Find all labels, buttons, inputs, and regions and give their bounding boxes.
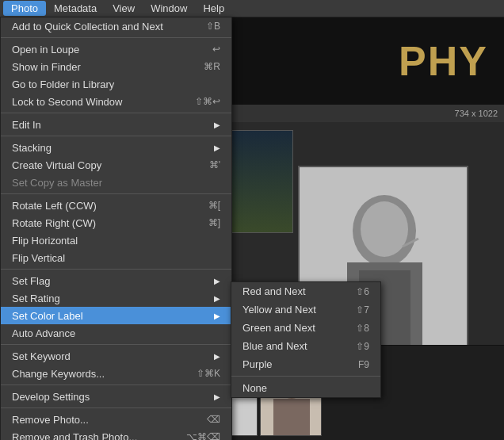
menu-rotate-left[interactable]: Rotate Left (CCW) ⌘[ xyxy=(1,197,231,214)
menu-develop-settings[interactable]: Develop Settings ▶ xyxy=(1,388,231,405)
submenu-red-next[interactable]: Red and Next ⇧6 xyxy=(231,282,380,300)
submenu-purple[interactable]: Purple F9 xyxy=(231,355,380,373)
menu-show-finder[interactable]: Show in Finder ⌘R xyxy=(1,58,231,75)
menu-change-keywords[interactable]: Change Keywords... ⇧⌘K xyxy=(1,365,231,382)
arrow-edit-in: ▶ xyxy=(214,121,220,129)
menu-set-keyword[interactable]: Set Keyword ▶ xyxy=(1,347,231,365)
color-label-submenu: Red and Next ⇧6 Yellow and Next ⇧7 Green… xyxy=(231,281,381,398)
svg-point-5 xyxy=(361,201,408,257)
menu-go-folder[interactable]: Go to Folder in Library xyxy=(1,75,231,93)
divider-7 xyxy=(1,385,231,385)
arrow-set-keyword: ▶ xyxy=(214,352,220,361)
menu-bar: Photo Metadata View Window Help xyxy=(0,0,504,17)
menu-add-quick-collection[interactable]: Add to Quick Collection and Next ⇧B xyxy=(1,17,231,35)
arrow-set-rating: ▶ xyxy=(214,294,220,303)
menu-set-copy-master: Set Copy as Master xyxy=(1,174,231,191)
divider-1 xyxy=(1,37,231,38)
menu-window[interactable]: Window xyxy=(143,1,195,16)
menu-auto-advance[interactable]: Auto Advance xyxy=(1,324,231,342)
header-text: PHY xyxy=(399,37,488,85)
arrow-set-color: ▶ xyxy=(214,312,220,320)
menu-stacking[interactable]: Stacking ▶ xyxy=(1,139,231,156)
menu-view[interactable]: View xyxy=(105,1,143,16)
menu-edit-in[interactable]: Edit In ▶ xyxy=(1,116,231,133)
submenu-none[interactable]: None xyxy=(231,379,380,397)
divider-5 xyxy=(1,269,231,270)
menu-lock-window[interactable]: Lock to Second Window ⇧⌘↩ xyxy=(1,93,231,110)
menu-set-rating[interactable]: Set Rating ▶ xyxy=(1,289,231,307)
menu-metadata[interactable]: Metadata xyxy=(46,1,105,16)
menu-flip-vertical[interactable]: Flip Vertical xyxy=(1,249,231,266)
menu-set-color-label[interactable]: Set Color Label ▶ xyxy=(1,307,231,324)
divider-2 xyxy=(1,113,231,113)
menu-remove-trash[interactable]: Remove and Trash Photo... ⌥⌘⌫ xyxy=(1,428,231,440)
menu-rotate-right[interactable]: Rotate Right (CW) ⌘] xyxy=(1,214,231,231)
arrow-develop-settings: ▶ xyxy=(214,392,220,401)
svg-rect-12 xyxy=(273,399,310,436)
arrow-set-flag: ▶ xyxy=(214,277,220,285)
menu-create-virtual-copy[interactable]: Create Virtual Copy ⌘' xyxy=(1,156,231,174)
menu-set-flag[interactable]: Set Flag ▶ xyxy=(1,272,231,289)
arrow-stacking: ▶ xyxy=(214,143,220,152)
menu-open-loupe[interactable]: Open in Loupe ↩ xyxy=(1,40,231,58)
menu-help[interactable]: Help xyxy=(195,1,232,16)
menu-remove-photo[interactable]: Remove Photo... ⌫ xyxy=(1,411,231,428)
submenu-blue-next[interactable]: Blue and Next ⇧9 xyxy=(231,337,380,355)
photo-menu: Add to Quick Collection and Next ⇧B Open… xyxy=(0,17,232,440)
thumb-city[interactable] xyxy=(230,130,293,233)
dims-2: 734 x 1022 xyxy=(455,109,498,118)
submenu-divider xyxy=(231,376,380,377)
divider-6 xyxy=(1,344,231,345)
divider-3 xyxy=(1,136,231,136)
submenu-green-next[interactable]: Green and Next ⇧8 xyxy=(231,319,380,337)
submenu-yellow-next[interactable]: Yellow and Next ⇧7 xyxy=(231,300,380,319)
menu-flip-horizontal[interactable]: Flip Horizontal xyxy=(1,231,231,249)
divider-8 xyxy=(1,407,231,408)
menu-photo[interactable]: Photo xyxy=(3,1,46,16)
divider-4 xyxy=(1,193,231,194)
